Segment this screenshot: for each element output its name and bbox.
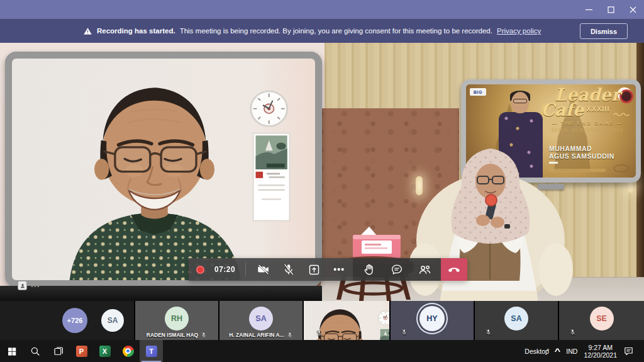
participant-avatar: SA (101, 309, 124, 332)
poster-date: SENIN, 20 DESEMBER 2021 (536, 128, 638, 132)
participant-video-tile[interactable] (304, 301, 389, 340)
poster-edition: XXXIII (586, 105, 609, 118)
meeting-stage: BIG Leader Cafe XXXIII — THE END GAME — … (0, 43, 644, 301)
participant-tile[interactable]: RH RADEN ISMAIL HAQ (135, 301, 218, 340)
mic-off-icon (485, 329, 492, 336)
watch (504, 224, 510, 229)
share-screen-button[interactable] (306, 262, 321, 277)
tray-date: 12/20/2021 (584, 351, 617, 359)
presenter-video (12, 59, 315, 280)
stage-tile-overlay: ••• (18, 281, 40, 290)
action-center-icon[interactable] (623, 346, 634, 356)
hang-up-button[interactable] (441, 258, 467, 281)
window-titlebar (0, 0, 644, 19)
toolbar-overflow-marker: » (547, 347, 549, 353)
call-timer: 07:20 (214, 265, 235, 274)
start-button[interactable] (0, 340, 23, 362)
more-options-button[interactable]: ••• (331, 262, 347, 277)
system-tray: Desktop» ^ IND 9:27 AM 12/20/2021 (525, 340, 644, 362)
tray-time: 9:27 AM (584, 344, 617, 351)
participant-tile[interactable]: SA (475, 301, 558, 340)
host-hand (491, 217, 504, 228)
privacy-policy-link[interactable]: Privacy policy (497, 27, 541, 35)
recording-banner-title: Recording has started. (97, 27, 175, 35)
call-controls-toolbar: 07:20 ••• (189, 258, 467, 281)
participant-avatar: SA (249, 307, 273, 331)
language-indicator[interactable]: IND (566, 348, 577, 355)
excel-icon: X (99, 346, 111, 357)
more-icon[interactable]: ••• (31, 284, 40, 288)
poster-title-block: Leader Cafe XXXIII — THE END GAME — SENI… (536, 87, 638, 132)
host-face (475, 164, 506, 199)
mic-off-icon (287, 332, 293, 338)
dismiss-button[interactable]: Dismiss (580, 23, 628, 39)
overflow-participants-tile[interactable]: +726 SA (0, 301, 134, 340)
poster-tagline: — THE END GAME — (536, 120, 638, 126)
recording-banner-text: Recording has started. This meeting is b… (83, 19, 541, 43)
participant-tile[interactable]: HY (391, 301, 474, 340)
participant-avatar: SE (590, 307, 614, 331)
taskbar-app-teams[interactable]: T (140, 340, 163, 362)
mic-off-button[interactable] (281, 262, 296, 277)
mic-off-icon (401, 329, 408, 336)
teams-icon: T (146, 346, 157, 357)
raise-hand-button[interactable] (362, 262, 377, 277)
participant-filmstrip: +726 SA RH RADEN ISMAIL HAQ SA H. ZAINAL… (0, 301, 644, 340)
microphone-head (486, 195, 497, 206)
screen-stand (0, 286, 322, 301)
taskbar-app-chrome[interactable] (116, 340, 140, 362)
mic-off-icon (201, 332, 207, 338)
participant-name: RADEN ISMAIL HAQ (147, 332, 199, 338)
desktop-toolbar-label[interactable]: Desktop» (525, 347, 549, 355)
participant-avatar: RH (165, 307, 189, 331)
warning-triangle-icon (83, 26, 92, 36)
armchair-seat (440, 291, 538, 301)
minimize-icon[interactable] (578, 0, 600, 19)
mic-off-icon (316, 330, 323, 337)
overflow-count-badge: +726 (62, 308, 87, 333)
participant-name: H. ZAINAL ARIFIN A... (229, 332, 284, 338)
taskbar-app-excel[interactable]: X (93, 340, 116, 362)
poster-squiggle (612, 112, 633, 118)
search-button[interactable] (23, 340, 47, 362)
participant-avatar: HY (419, 306, 445, 331)
recording-indicator (196, 266, 204, 274)
tray-clock[interactable]: 9:27 AM 12/20/2021 (584, 344, 617, 359)
chrome-icon (123, 346, 134, 357)
big-logo: BIG (470, 88, 486, 96)
participant-tile[interactable]: SA H. ZAINAL ARIFIN A... (219, 301, 303, 340)
poster-title-cafe: Cafe (541, 102, 584, 118)
teams-meeting-window: Recording has started. This meeting is b… (0, 0, 644, 362)
camera-off-button[interactable] (256, 262, 271, 277)
windows-taskbar: P X T Desktop» ^ IND 9:27 AM 12/20/2021 (0, 340, 644, 362)
presenter-video-screen (5, 52, 322, 287)
host-hand (476, 215, 490, 226)
mic-off-icon (569, 329, 576, 336)
task-view-button[interactable] (47, 340, 70, 362)
hidden-icons-chevron[interactable]: ^ (555, 347, 561, 356)
recording-banner: Recording has started. This meeting is b… (0, 19, 644, 43)
powerpoint-icon: P (76, 346, 87, 357)
poster-speaker-glasses (513, 99, 527, 103)
maximize-icon[interactable] (600, 0, 622, 19)
recording-banner-message: This meeting is being recorded. By joini… (180, 27, 492, 35)
chat-button[interactable] (389, 262, 404, 277)
phone-down-icon (447, 263, 461, 276)
close-icon[interactable] (622, 0, 644, 19)
participant-avatar: SA (504, 307, 528, 331)
poster-ornament (613, 164, 630, 173)
toolbar-divider (245, 263, 246, 276)
participant-icon (18, 281, 27, 290)
participant-tile[interactable]: SE (559, 301, 644, 340)
taskbar-app-powerpoint[interactable]: P (70, 340, 93, 362)
participants-button[interactable] (417, 262, 432, 277)
armchair-armrest (539, 243, 573, 296)
